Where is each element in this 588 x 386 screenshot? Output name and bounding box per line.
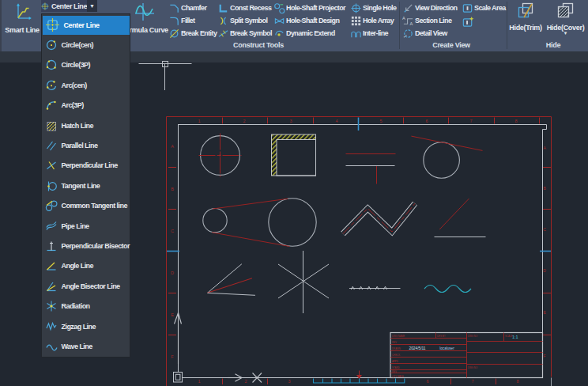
svg-text:F: F: [543, 354, 546, 358]
svg-text:B: B: [171, 187, 174, 191]
svg-text:A: A: [171, 144, 174, 149]
svg-text:A: A: [409, 21, 413, 26]
svg-text:5: 5: [379, 119, 382, 123]
svg-text:7: 7: [471, 379, 473, 384]
svg-text:2024/5/11: 2024/5/11: [409, 346, 426, 350]
svg-text:DWG NO: DWG NO: [468, 335, 478, 338]
svg-text:2: 2: [244, 379, 247, 384]
svg-text:1: 1: [198, 379, 200, 384]
svg-text:B: B: [543, 186, 546, 191]
svg-text:E: E: [171, 312, 174, 317]
svg-text:D: D: [543, 268, 546, 273]
svg-text:DWG NAME: DWG NAME: [392, 335, 405, 338]
svg-text:QTY MADE: QTY MADE: [392, 375, 404, 378]
svg-text:3: 3: [289, 119, 292, 123]
svg-text:4: 4: [335, 119, 337, 123]
svg-text:localuser: localuser: [439, 346, 454, 350]
svg-text:6: 6: [425, 119, 428, 123]
svg-text:7: 7: [469, 119, 472, 123]
svg-text:A: A: [543, 146, 546, 150]
svg-text:D: D: [171, 271, 174, 275]
svg-text:REV: REV: [392, 341, 397, 344]
svg-text:DES BY: DES BY: [437, 335, 446, 338]
svg-text:1: 1: [198, 119, 200, 123]
svg-text:2: 2: [243, 119, 245, 123]
svg-text:C: C: [543, 227, 546, 232]
svg-text:CHECK: CHECK: [392, 354, 400, 357]
svg-text:E: E: [543, 310, 546, 315]
svg-text:REV: REV: [392, 370, 397, 373]
svg-text:F: F: [171, 354, 174, 359]
svg-text:APPD: APPD: [392, 360, 398, 363]
svg-text:3: 3: [288, 379, 290, 384]
svg-text:8: 8: [514, 119, 517, 123]
svg-text:DWG NO: DWG NO: [468, 366, 478, 369]
svg-text:6: 6: [426, 379, 428, 384]
svg-text:1:1: 1:1: [512, 335, 518, 339]
svg-text:A: A: [402, 15, 405, 20]
svg-text:STAND: STAND: [392, 366, 400, 369]
svg-text:8: 8: [516, 379, 518, 384]
svg-text:DRAWN: DRAWN: [392, 347, 401, 350]
svg-text:C: C: [171, 229, 174, 233]
